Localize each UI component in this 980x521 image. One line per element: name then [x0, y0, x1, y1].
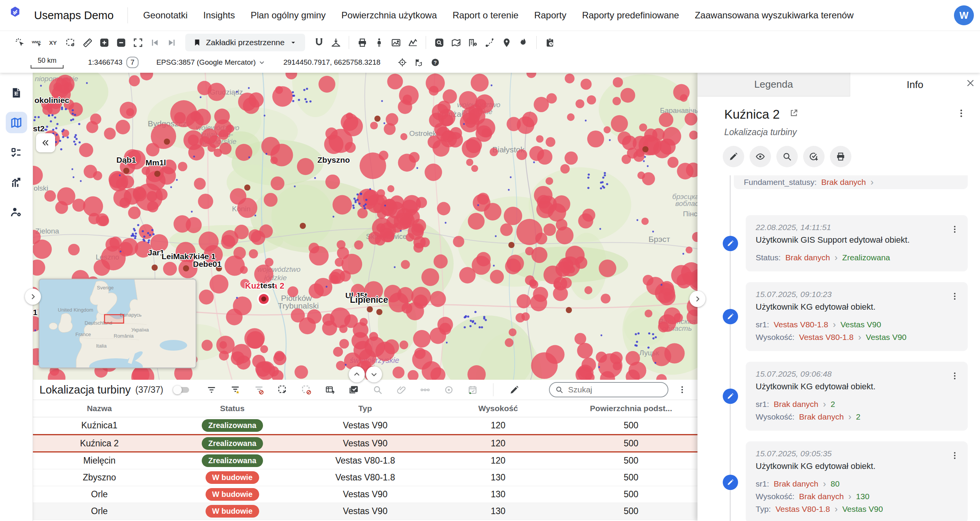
- fullscreen-button[interactable]: [129, 34, 146, 51]
- overview-minimap[interactable]: SverigeUnited KingdomDeutschlandFranceIt…: [39, 279, 196, 368]
- fullscreen-icon: [133, 38, 143, 48]
- action-search-button[interactable]: [776, 146, 798, 167]
- box-select-pin-button[interactable]: [62, 34, 79, 51]
- table-row[interactable]: Kuźnica1ZrealizowanaVestas V90120500: [33, 417, 697, 434]
- nav-item-5[interactable]: Raport o terenie: [452, 10, 518, 21]
- clipboard-clock-button[interactable]: [541, 34, 558, 51]
- table-row[interactable]: Kuźnica 2ZrealizowanaVestas V90120500: [33, 434, 697, 452]
- paperclip-button[interactable]: [394, 382, 409, 397]
- crosshair-button[interactable]: [396, 56, 409, 69]
- table-more-menu-button[interactable]: [674, 381, 691, 398]
- ruler-button[interactable]: [79, 34, 96, 51]
- filter-off-button[interactable]: [251, 382, 266, 397]
- table-search-input[interactable]: [567, 385, 652, 395]
- minimap-extent-rectangle[interactable]: [105, 315, 124, 323]
- magnet-button[interactable]: [310, 34, 327, 51]
- history-menu-button[interactable]: [948, 291, 962, 302]
- column-header-3[interactable]: Typ: [299, 404, 431, 413]
- history-menu-button[interactable]: [948, 224, 962, 235]
- action-printer-button[interactable]: [830, 146, 851, 167]
- toolbar-divider: [349, 36, 349, 49]
- table-row[interactable]: OrleW budowieVestas V90130500: [33, 503, 697, 520]
- column-header-1[interactable]: Nazwa: [33, 404, 166, 413]
- map-place-label: Пінск: [683, 210, 697, 218]
- nav-item-2[interactable]: Insights: [203, 10, 235, 21]
- nav-item-1[interactable]: Geonotatki: [143, 10, 188, 21]
- pointer-click-button[interactable]: [11, 34, 28, 51]
- flame-button[interactable]: [515, 34, 532, 51]
- search-button[interactable]: [370, 382, 385, 397]
- sidebar-item-map[interactable]: [6, 112, 27, 133]
- table-panel-collapse-button[interactable]: [366, 366, 382, 382]
- wms-button[interactable]: WMS: [28, 34, 45, 51]
- flag-map-button[interactable]: [412, 56, 425, 69]
- info-panel: Legenda Info Kuźnica 2 Lokalizacja turbi…: [697, 73, 980, 521]
- action-pencil-button[interactable]: [723, 146, 744, 167]
- zoom-in-button[interactable]: [96, 34, 113, 51]
- change-row: Typ:Vestas V80-1.8›Vestas V90: [756, 503, 958, 515]
- close-panel-button[interactable]: [963, 77, 977, 90]
- column-header-2[interactable]: Status: [166, 404, 299, 413]
- calendar-plus-button[interactable]: [465, 382, 480, 397]
- table-export-button[interactable]: [322, 382, 338, 397]
- spatial-bookmarks-button[interactable]: Zakładki przestrzenne: [185, 34, 305, 51]
- table-row[interactable]: OrleW budowieVestas V90130500: [33, 486, 697, 503]
- expand-left-panel-button[interactable]: [25, 289, 41, 305]
- map-pin-button[interactable]: [498, 34, 515, 51]
- printer-button[interactable]: [354, 34, 371, 51]
- skip-next-button[interactable]: [163, 34, 180, 51]
- sidebar-item-documents[interactable]: [6, 82, 27, 103]
- nav-item-8[interactable]: Zaawansowana wyszukiwarka terenów: [695, 10, 854, 21]
- expand-right-panel-button[interactable]: [689, 291, 706, 307]
- pedestrian-button[interactable]: [371, 34, 387, 51]
- nav-item-3[interactable]: Plan ogólny gminy: [251, 10, 326, 21]
- building-pin-button[interactable]: [464, 34, 481, 51]
- minimap-collapse-button[interactable]: [36, 133, 55, 152]
- minimap-country-label: România: [114, 333, 134, 339]
- layers-export-button[interactable]: [327, 34, 344, 51]
- zoom-out-button[interactable]: [113, 34, 129, 51]
- cell-typ: Vestas V90: [299, 438, 431, 449]
- nav-item-4[interactable]: Powierzchnia użytkowa: [341, 10, 437, 21]
- table-filter-toggle[interactable]: [173, 385, 191, 394]
- filter-star-button[interactable]: [227, 382, 243, 397]
- filter-button[interactable]: [204, 382, 219, 397]
- xy-button[interactable]: XY: [45, 34, 62, 51]
- sidebar-item-user-settings[interactable]: [6, 201, 27, 223]
- search-box-button[interactable]: [431, 34, 448, 51]
- select-cursor-button[interactable]: [275, 382, 290, 397]
- column-header-5[interactable]: Powierzchnia podst...: [565, 404, 697, 413]
- tab-legend[interactable]: Legenda: [697, 73, 850, 96]
- feature-menu-button[interactable]: [954, 108, 969, 120]
- action-eye-button[interactable]: [750, 146, 771, 167]
- route-dashed-button[interactable]: [481, 34, 498, 51]
- link-nodes-button[interactable]: [417, 382, 433, 397]
- map-canvas[interactable]: niopomorskieGrudziądzBydgoszczwojewództw…: [33, 73, 697, 380]
- nav-item-7[interactable]: Raporty predefiniowane: [582, 10, 679, 21]
- user-avatar[interactable]: W: [954, 5, 974, 25]
- history-menu-button[interactable]: [948, 371, 962, 382]
- chevron-right-icon[interactable]: ›: [871, 178, 874, 186]
- map-photo-button[interactable]: [387, 34, 404, 51]
- action-check-plus-button[interactable]: [803, 146, 825, 167]
- sidebar-item-tasks[interactable]: [6, 142, 27, 163]
- select-off-button[interactable]: [299, 382, 314, 397]
- nav-item-6[interactable]: Raporty: [534, 10, 566, 21]
- tab-info[interactable]: Info: [850, 73, 980, 96]
- help-filled-button[interactable]: ?: [429, 56, 442, 69]
- history-menu-button[interactable]: [948, 451, 962, 462]
- skip-previous-button[interactable]: [146, 34, 163, 51]
- layers-check-button[interactable]: [346, 382, 361, 397]
- pencil-button[interactable]: [506, 382, 522, 397]
- target-pin-button[interactable]: [441, 382, 456, 397]
- open-external-button[interactable]: [787, 108, 801, 119]
- chart-line-button[interactable]: [404, 34, 421, 51]
- table-panel-expand-button[interactable]: [349, 366, 365, 382]
- projection-selector[interactable]: EPSG:3857 (Google Mercator): [156, 58, 266, 67]
- sidebar-item-analytics[interactable]: [6, 171, 27, 193]
- table-row[interactable]: ZbysznoW budowieVestas V80-1.8130500: [33, 469, 697, 486]
- table-row[interactable]: MielęcinZrealizowanaVestas V80-1.8120500: [33, 452, 697, 469]
- map-edit-pin-button[interactable]: [448, 34, 464, 51]
- map-place-label: вобласць: [675, 199, 697, 207]
- column-header-4[interactable]: Wysokość: [432, 404, 565, 413]
